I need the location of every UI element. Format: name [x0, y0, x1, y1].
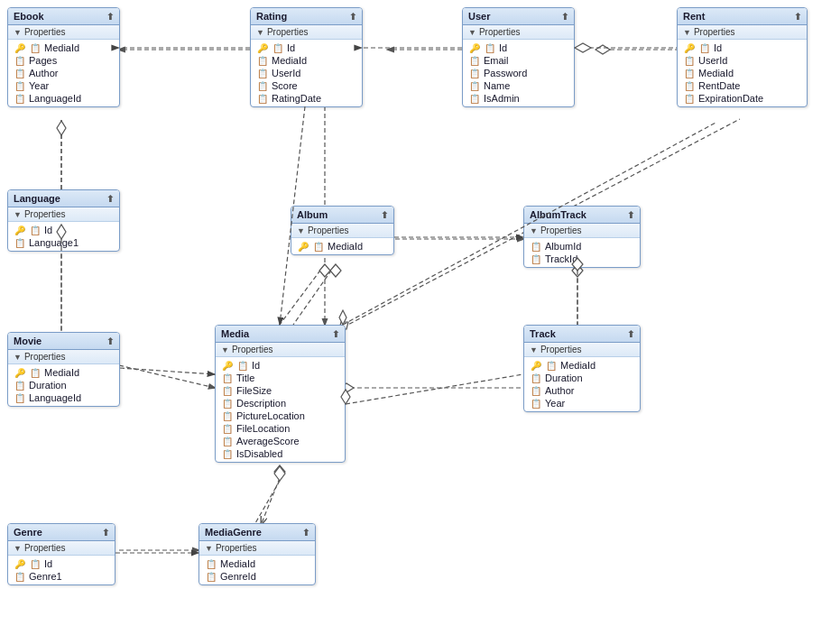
field-row: 📋 ExpirationDate	[678, 92, 807, 105]
mediagenre-properties-header: ▼ Properties	[199, 541, 315, 556]
field-row: 📋 AlbumId	[524, 240, 640, 253]
albumtrack-collapse-icon[interactable]: ⬆	[627, 210, 634, 220]
svg-marker-42	[339, 310, 346, 325]
language-fields: 🔑 📋 Id 📋 Language1	[8, 222, 119, 251]
svg-line-43	[255, 481, 280, 523]
col-icon: 📋	[484, 42, 496, 53]
rating-collapse-icon[interactable]: ⬆	[349, 12, 356, 22]
entity-ebook-header[interactable]: Ebook ⬆	[8, 8, 119, 25]
genre-properties-header: ▼ Properties	[8, 541, 115, 556]
entity-track: Track ⬆ ▼ Properties 🔑 📋 MediaId 📋 Durat…	[523, 325, 641, 412]
col-icon: 📋	[29, 42, 42, 53]
track-fields: 🔑 📋 MediaId 📋 Duration 📋 Author 📋 Year	[524, 357, 640, 411]
rating-properties-header: ▼ Properties	[251, 25, 362, 40]
field-row: 📋 RatingDate	[251, 92, 362, 105]
genre-collapse-icon[interactable]: ⬆	[102, 528, 109, 538]
field-row: 📋 Language1	[8, 236, 119, 249]
col-icon: 📋	[221, 373, 234, 383]
field-row: 📋 PictureLocation	[216, 409, 345, 422]
col-icon: 📋	[468, 55, 481, 66]
entity-albumtrack: AlbumTrack ⬆ ▼ Properties 📋 AlbumId 📋 Tr…	[523, 206, 641, 268]
mediagenre-fields: 📋 MediaId 📋 GenreId	[199, 556, 315, 584]
field-row: 🔑 📋 Id	[463, 41, 574, 54]
col-icon: 📋	[221, 423, 234, 434]
svg-line-5	[280, 264, 325, 325]
key-icon: 🔑	[14, 42, 26, 53]
entity-genre-title: Genre	[14, 527, 42, 538]
entity-media-title: Media	[221, 328, 249, 339]
col-icon: 📋	[14, 93, 26, 104]
svg-line-38	[120, 368, 215, 374]
col-icon: 📋	[530, 385, 542, 396]
ebook-collapse-icon[interactable]: ⬆	[106, 12, 114, 22]
movie-collapse-icon[interactable]: ⬆	[106, 336, 114, 346]
col-icon: 📋	[683, 55, 696, 66]
col-icon: 📋	[221, 448, 234, 459]
entity-mediagenre-title: MediaGenre	[205, 527, 262, 538]
rent-properties-header: ▼ Properties	[678, 25, 807, 40]
entity-ebook: Ebook ⬆ ▼ Properties 🔑 📋 MediaId 📋 Pages…	[7, 7, 120, 107]
field-row: 📋 FileSize	[216, 384, 345, 397]
user-fields: 🔑 📋 Id 📋 Email 📋 Password 📋 Name 📋 IsAdm…	[463, 40, 574, 106]
entity-track-header[interactable]: Track ⬆	[524, 326, 640, 343]
col-icon: 📋	[14, 237, 26, 248]
field-row: 📋 Description	[216, 397, 345, 409]
col-icon: 📋	[312, 241, 325, 252]
entity-mediagenre-header[interactable]: MediaGenre ⬆	[199, 524, 315, 541]
col-icon: 📋	[256, 68, 269, 78]
entity-user-header[interactable]: User ⬆	[463, 8, 574, 25]
col-icon: 📋	[468, 68, 481, 78]
user-collapse-icon[interactable]: ⬆	[561, 12, 568, 22]
media-fields: 🔑 📋 Id 📋 Title 📋 FileSize 📋 Description …	[216, 357, 345, 462]
key-icon: 🔑	[14, 558, 26, 569]
col-icon: 📋	[530, 398, 542, 409]
entity-rating-title: Rating	[256, 11, 287, 22]
ebook-properties-header: ▼ Properties	[8, 25, 119, 40]
entity-language-header[interactable]: Language ⬆	[8, 190, 119, 207]
svg-line-12	[119, 365, 215, 388]
field-row: 📋 Title	[216, 372, 345, 384]
entity-rent-header[interactable]: Rent ⬆	[678, 8, 807, 25]
rent-collapse-icon[interactable]: ⬆	[794, 12, 801, 22]
col-icon: 📋	[14, 571, 26, 582]
svg-line-19	[262, 478, 280, 523]
col-icon: 📋	[29, 558, 42, 569]
field-row: 📋 Password	[463, 67, 574, 79]
track-collapse-icon[interactable]: ⬆	[627, 329, 634, 339]
album-collapse-icon[interactable]: ⬆	[381, 210, 388, 220]
key-icon: 🔑	[221, 360, 234, 371]
entity-rating: Rating ⬆ ▼ Properties 🔑 📋 Id 📋 MediaId 📋…	[250, 7, 363, 107]
field-row: 📋 MediaId	[199, 557, 315, 570]
media-properties-header: ▼ Properties	[216, 343, 345, 357]
entity-album-header[interactable]: Album ⬆	[291, 207, 393, 224]
col-icon: 📋	[256, 55, 269, 66]
field-row: 📋 MediaId	[251, 54, 362, 67]
language-collapse-icon[interactable]: ⬆	[106, 194, 114, 204]
field-row: 📋 Name	[463, 79, 574, 92]
col-icon: 📋	[221, 385, 234, 396]
entity-genre-header[interactable]: Genre ⬆	[8, 524, 115, 541]
col-icon: 📋	[468, 80, 481, 91]
entity-media-header[interactable]: Media ⬆	[216, 326, 345, 343]
col-icon: 📋	[29, 367, 42, 378]
mediagenre-collapse-icon[interactable]: ⬆	[302, 528, 309, 538]
field-row: 📋 Author	[8, 67, 119, 79]
media-collapse-icon[interactable]: ⬆	[332, 329, 339, 339]
entity-movie-header[interactable]: Movie ⬆	[8, 333, 119, 350]
field-row: 🔑 📋 Id	[251, 41, 362, 54]
svg-marker-44	[274, 466, 285, 481]
ebook-fields: 🔑 📋 MediaId 📋 Pages 📋 Author 📋 Year 📋 La…	[8, 40, 119, 106]
field-row: 📋 AverageScore	[216, 435, 345, 447]
key-icon: 🔑	[14, 367, 26, 378]
col-icon: 📋	[530, 253, 542, 264]
svg-marker-29	[57, 121, 66, 135]
col-icon: 📋	[683, 93, 696, 104]
svg-line-33	[293, 264, 336, 325]
entity-user: User ⬆ ▼ Properties 🔑 📋 Id 📋 Email 📋 Pas…	[462, 7, 575, 107]
col-icon: 📋	[683, 80, 696, 91]
col-icon: 📋	[683, 68, 696, 78]
entity-albumtrack-header[interactable]: AlbumTrack ⬆	[524, 207, 640, 224]
field-row: 📋 GenreId	[199, 570, 315, 583]
col-icon: 📋	[14, 380, 26, 391]
entity-rating-header[interactable]: Rating ⬆	[251, 8, 362, 25]
